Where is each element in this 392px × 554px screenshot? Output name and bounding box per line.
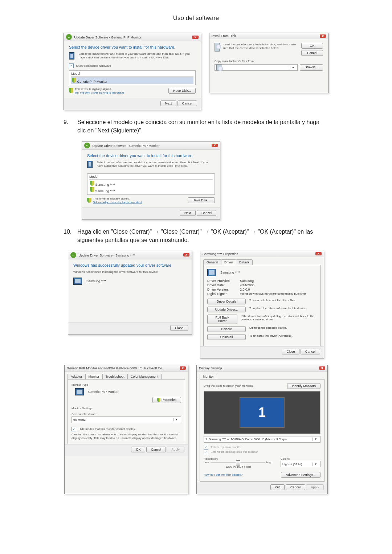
uninstall-button[interactable]: Uninstall <box>207 334 246 340</box>
show-compat-checkbox[interactable]: ✓ <box>69 63 74 68</box>
model-header: Model <box>71 72 193 77</box>
desc-text: To uninstall the driver (Advanced). <box>249 334 293 340</box>
tab-troubleshoot[interactable]: Troubleshoot <box>102 374 128 379</box>
close-icon[interactable]: X <box>320 34 326 38</box>
ok-button[interactable]: OK <box>270 484 285 490</box>
device-name: Samsung **** <box>86 279 106 283</box>
prop-value: microsoft windows hardware compatibility… <box>240 292 306 296</box>
desc-text: If the device fails after updating the d… <box>241 315 317 324</box>
refresh-rate-select[interactable]: 60 Hertz ▼ <box>72 416 181 423</box>
back-icon[interactable]: ← <box>66 34 72 40</box>
instruction-text: Insert the manufacturer's installation d… <box>222 43 298 56</box>
cancel-button[interactable]: Cancel <box>301 50 323 56</box>
tab-details[interactable]: Details <box>236 259 253 265</box>
identify-monitors-button[interactable]: Identify Monitors <box>287 383 320 389</box>
update-driver-dialog-samsung: ← Update Driver Software - Generic PnP M… <box>82 141 220 220</box>
back-icon[interactable]: ← <box>84 143 90 148</box>
drag-instruction: Drag the icons to match your monitors. <box>204 384 253 388</box>
tab-general[interactable]: General <box>203 259 221 265</box>
prop-label: Driver Date: <box>207 283 240 287</box>
cancel-button[interactable]: Cancel <box>177 100 197 106</box>
rollback-button[interactable]: Roll Back Driver <box>207 315 237 324</box>
show-compat-label: Show compatible hardware <box>76 64 111 67</box>
properties-button[interactable]: Properties <box>152 397 181 403</box>
instruction-text: Select the manufacturer and model of you… <box>79 52 196 60</box>
extend-desktop-checkbox: ✓ <box>204 450 208 454</box>
monitor-icon <box>75 388 84 395</box>
disable-button[interactable]: Disable <box>207 326 246 332</box>
resolution-value: 1280 by 1024 pixels <box>204 465 273 469</box>
next-button[interactable]: Next <box>180 210 196 216</box>
dialog-title: Display Settings <box>199 366 222 370</box>
copy-from-label: Copy manufacturer's files from: <box>215 59 323 63</box>
tab-color-management[interactable]: Color Management <box>127 374 162 379</box>
monitor-type-label: Monitor Type <box>72 383 181 387</box>
desc-text: To update the driver software for this d… <box>249 307 306 312</box>
close-icon[interactable]: X <box>180 366 186 370</box>
chevron-down-icon[interactable]: ▼ <box>313 463 319 466</box>
prop-value: Samsung <box>240 279 254 283</box>
chevron-down-icon[interactable]: ▼ <box>173 418 179 421</box>
disk-icon <box>215 43 220 52</box>
shield-icon <box>69 88 73 93</box>
main-monitor-label: This is my main monitor <box>211 446 241 449</box>
browse-button[interactable]: Browse... <box>300 64 323 71</box>
monitor-preview[interactable]: 1 <box>240 397 285 428</box>
model-item[interactable]: Samsung **** <box>89 187 213 193</box>
monitor-icon <box>87 161 93 168</box>
signing-link[interactable]: Tell me why driver signing is important <box>75 91 167 94</box>
cancel-button[interactable]: Cancel <box>197 210 216 216</box>
cancel-button[interactable]: Cancel <box>286 484 305 490</box>
slider-low-label: Low <box>204 461 209 464</box>
ok-button[interactable]: OK <box>131 447 145 452</box>
signed-text: This driver is digitally signed. <box>75 87 167 91</box>
dialog-header: Update Driver Software - Generic PnP Mon… <box>74 36 142 39</box>
close-icon[interactable]: X <box>183 253 189 257</box>
desc-text: Disables the selected device. <box>249 326 287 332</box>
tab-monitor[interactable]: Monitor <box>85 374 103 379</box>
close-icon[interactable]: X <box>192 36 198 39</box>
tab-adapter[interactable]: Adapter <box>68 374 86 379</box>
signing-link[interactable]: Tell me why driver signing is important <box>93 201 186 204</box>
next-button[interactable]: Next <box>160 100 177 106</box>
cancel-button[interactable]: Cancel <box>301 349 320 354</box>
colors-label: Colors: <box>281 457 320 461</box>
model-list[interactable]: Model Samsung **** Samsung **** <box>87 173 215 195</box>
monitor-select[interactable]: 1. Samsung **** on NVIDIA GeForce 6600 L… <box>204 436 320 443</box>
shield-icon <box>90 187 94 192</box>
close-icon[interactable]: X <box>315 252 322 255</box>
advanced-settings-button[interactable]: Advanced Settings... <box>281 472 320 478</box>
success-heading: Windows has successfully updated your dr… <box>73 263 187 267</box>
best-display-link[interactable]: How do I get the best display? <box>204 473 242 476</box>
success-sub: Windows has finished installing the driv… <box>73 270 187 274</box>
back-icon[interactable]: ← <box>70 252 76 258</box>
dialog-heading: Select the device driver you want to ins… <box>87 153 215 158</box>
colors-select[interactable]: Highest (32 bit) ▼ <box>281 461 320 467</box>
disk-icon <box>216 65 222 70</box>
model-item[interactable]: Generic PnP Monitor <box>71 77 193 84</box>
device-name: Samsung **** <box>220 271 240 274</box>
model-item[interactable]: Samsung **** <box>89 180 213 187</box>
close-button[interactable]: Close <box>170 325 188 331</box>
close-icon[interactable]: X <box>319 366 325 370</box>
close-icon[interactable]: X <box>212 144 218 147</box>
resolution-slider[interactable] <box>211 462 265 463</box>
update-driver-button[interactable]: Update Driver... <box>207 307 246 312</box>
page-title: Uso del software <box>0 15 392 22</box>
ok-button[interactable]: OK <box>301 43 323 49</box>
slider-high-label: High <box>266 461 272 464</box>
close-button[interactable]: Close <box>282 349 299 354</box>
hide-modes-checkbox[interactable]: ✓ <box>72 427 76 431</box>
have-disk-button[interactable]: Have Disk... <box>168 88 196 94</box>
model-list[interactable]: Model Generic PnP Monitor <box>69 70 196 85</box>
chevron-down-icon[interactable]: ▼ <box>290 66 296 69</box>
chevron-down-icon[interactable]: ▼ <box>313 438 319 441</box>
driver-details-button[interactable]: Driver Details <box>207 299 246 304</box>
monitor-icon <box>73 278 82 285</box>
tab-monitor[interactable]: Monitor <box>200 374 217 379</box>
update-success-dialog: ← Update Driver Software - Samsung **** … <box>68 251 192 335</box>
cancel-button[interactable]: Cancel <box>146 447 166 452</box>
tab-driver[interactable]: Driver <box>221 259 236 265</box>
path-field[interactable]: ▼ <box>215 64 298 71</box>
have-disk-button[interactable]: Have Disk... <box>188 197 215 203</box>
